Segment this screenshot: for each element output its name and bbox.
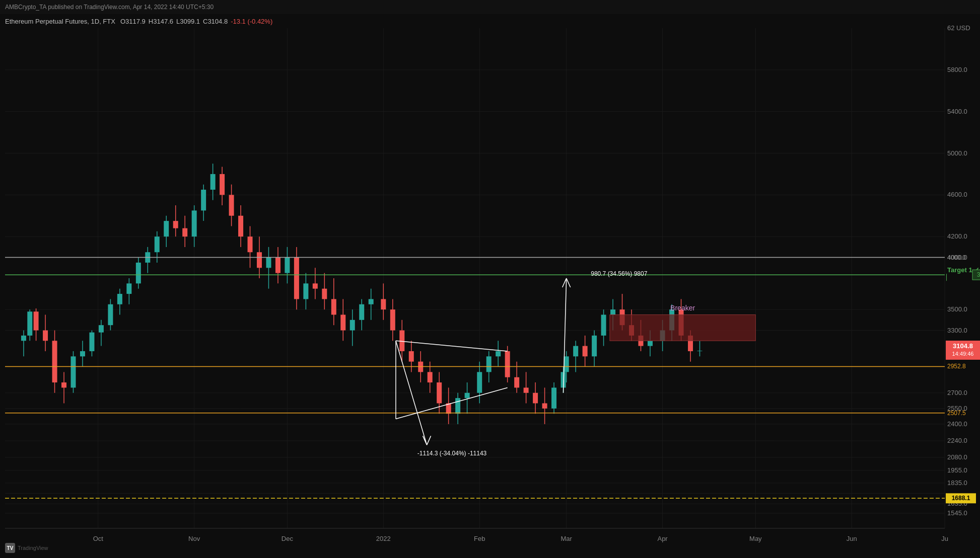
- ohlc-open: O3117.9: [120, 18, 146, 25]
- instrument-bar: Ethereum Perpetual Futures, 1D, FTX O311…: [0, 14, 980, 28]
- tv-logo-icon: TV: [5, 543, 15, 553]
- ohlc-change: -13.1 (-0.42%): [231, 18, 272, 25]
- ohlc-high: H3147.6: [149, 18, 173, 25]
- ohlc-low: L3099.1: [176, 18, 200, 25]
- chart-canvas[interactable]: [0, 0, 980, 558]
- tv-logo-text: TradingView: [18, 545, 48, 551]
- top-bar: AMBCrypto_TA published on TradingView.co…: [0, 0, 980, 14]
- top-bar-text: AMBCrypto_TA published on TradingView.co…: [5, 4, 214, 11]
- instrument-name: Ethereum Perpetual Futures, 1D, FTX: [5, 18, 115, 25]
- tradingview-logo: TV TradingView: [5, 543, 48, 553]
- ohlc-close: C3104.8: [203, 18, 228, 25]
